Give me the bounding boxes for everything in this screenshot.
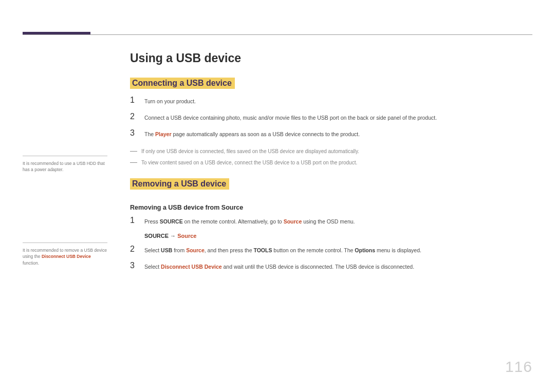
t: using the OSD menu. — [302, 218, 355, 225]
sidebar-note-1: It is recommended to use a USB HDD that … — [23, 156, 107, 173]
t: and wait until the USB device is disconn… — [222, 264, 415, 270]
note-row: If only one USB device is connected, fil… — [130, 146, 532, 156]
step-text: Connect a USB device containing photo, m… — [144, 113, 437, 122]
step-row: 1 Press SOURCE on the remote control. Al… — [130, 216, 532, 226]
sub-heading: Removing a USB device from Source — [130, 204, 532, 211]
sidebar-note-2-kw: Disconnect USB Device — [42, 254, 91, 259]
kw-tools: TOOLS — [253, 247, 272, 253]
t: Press — [144, 218, 160, 225]
main-content: Using a USB device Connecting a USB devi… — [130, 51, 532, 278]
path-arrow-icon: → — [169, 233, 177, 239]
step-row: 3 Select Disconnect USB Device and wait … — [130, 262, 532, 271]
step-row: 1 Turn on your product. — [130, 96, 532, 105]
note-row: To view content saved on a USB device, c… — [130, 157, 532, 167]
kw-source-accent: Source — [284, 218, 302, 225]
sidebar-note-2: It is recommended to remove a USB device… — [23, 242, 107, 266]
note-dash-icon — [130, 151, 137, 152]
kw-options: Options — [355, 247, 375, 253]
t: Select — [144, 264, 161, 270]
step-number: 1 — [130, 216, 136, 225]
section-heading-connecting: Connecting a USB device — [130, 78, 235, 89]
kw-disconnect: Disconnect USB Device — [161, 264, 221, 270]
step-text-pre: The — [144, 131, 155, 137]
page-title: Using a USB device — [130, 51, 532, 65]
step-text: The Player page automatically appears as… — [144, 129, 360, 138]
step-row: 2 Connect a USB device containing photo,… — [130, 113, 532, 122]
note-text: If only one USB device is connected, fil… — [141, 146, 359, 156]
accent-bar — [23, 32, 90, 34]
t: , and then press the — [205, 247, 254, 253]
path-source: SOURCE — [144, 233, 169, 239]
step-number: 1 — [130, 96, 136, 104]
step-text: Select Disconnect USB Device and wait un… — [144, 262, 414, 271]
path-source-accent: Source — [177, 233, 196, 239]
sidebar-note-2-post: function. — [23, 260, 39, 266]
step-text-kw: Player — [155, 131, 172, 137]
t: Select — [144, 247, 161, 253]
top-divider — [23, 34, 532, 35]
step-text: Press SOURCE on the remote control. Alte… — [144, 216, 355, 226]
kw-source: SOURCE — [160, 218, 183, 225]
section-heading-removing: Removing a USB device — [130, 178, 229, 190]
note-text: To view content saved on a USB device, c… — [141, 157, 357, 167]
step-text: Select USB from Source, and then press t… — [144, 245, 421, 254]
step-number: 3 — [130, 262, 136, 270]
step-text-post: page automatically appears as soon as a … — [172, 131, 360, 137]
t: on the remote control. Alternatively, go… — [183, 218, 284, 225]
kw-usb: USB — [161, 247, 172, 253]
step-text: Turn on your product. — [144, 96, 196, 105]
note-dash-icon — [130, 162, 137, 163]
step-row: 3 The Player page automatically appears … — [130, 129, 532, 138]
step-number: 2 — [130, 245, 136, 253]
step-number: 3 — [130, 129, 136, 137]
t: menu is displayed. — [375, 247, 421, 253]
section-connecting: Connecting a USB device 1 Turn on your p… — [130, 78, 532, 167]
manual-page: It is recommended to use a USB HDD that … — [0, 0, 555, 392]
nav-path: SOURCE → Source — [144, 233, 532, 239]
step-number: 2 — [130, 113, 136, 121]
section-removing: Removing a USB device Removing a USB dev… — [130, 178, 532, 271]
t: button on the remote control. The — [272, 247, 355, 253]
step-row: 2 Select USB from Source, and then press… — [130, 245, 532, 254]
kw-source-accent: Source — [186, 247, 205, 253]
t: from — [172, 247, 186, 253]
page-number: 116 — [505, 358, 532, 376]
sidebar-note-1-text: It is recommended to use a USB HDD that … — [23, 161, 105, 172]
